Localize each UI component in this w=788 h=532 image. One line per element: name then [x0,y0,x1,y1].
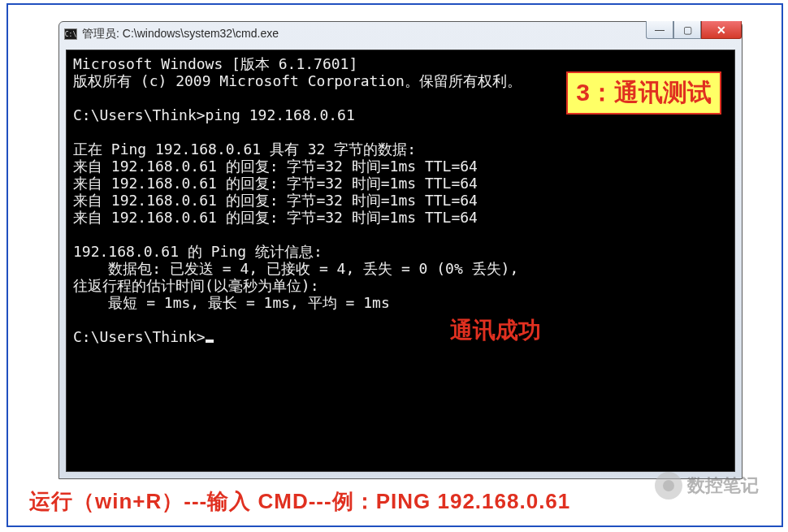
callout-sep: ： [590,79,614,106]
line: 最短 = 1ms, 最长 = 1ms, 平均 = 1ms [73,294,390,311]
slide-frame: C:\ 管理员: C:\windows\system32\cmd.exe — ▢… [6,3,783,527]
success-annotation: 通讯成功 [450,315,541,346]
window-controls: — ▢ ✕ [646,21,742,39]
maximize-button[interactable]: ▢ [673,21,701,39]
system-menu-icon[interactable]: C:\ [64,28,77,40]
line: 数据包: 已发送 = 4, 已接收 = 4, 丢失 = 0 (0% 丢失), [73,260,518,277]
watermark-text: 数控笔记 [687,474,759,498]
close-button[interactable]: ✕ [701,21,742,39]
watermark-icon [655,472,682,500]
callout-number: 3 [576,79,590,106]
line: C:\Users\Think>ping 192.168.0.61 [73,106,355,123]
annotation-callout: 3：通讯测试 [566,71,721,115]
minimize-button[interactable]: — [646,21,673,39]
line: 来自 192.168.0.61 的回复: 字节=32 时间=1ms TTL=64 [73,192,478,209]
line: 192.168.0.61 的 Ping 统计信息: [73,243,323,260]
callout-label: 通讯测试 [614,79,712,106]
line: 版权所有 (c) 2009 Microsoft Corporation。保留所有… [73,72,522,89]
line: Microsoft Windows [版本 6.1.7601] [73,55,357,72]
instruction-text: 运行（win+R）---输入 CMD---例：PING 192.168.0.61 [29,487,570,516]
window-title: 管理员: C:\windows\system32\cmd.exe [82,27,279,41]
cursor-icon [206,340,214,343]
line: 往返行程的估计时间(以毫秒为单位): [73,277,319,294]
watermark: 数控笔记 [655,472,759,500]
line: 正在 Ping 192.168.0.61 具有 32 字节的数据: [73,141,416,158]
titlebar[interactable]: C:\ 管理员: C:\windows\system32\cmd.exe — ▢… [59,22,742,46]
line: 来自 192.168.0.61 的回复: 字节=32 时间=1ms TTL=64 [73,175,478,192]
prompt-line: C:\Users\Think> [73,328,206,345]
line: 来自 192.168.0.61 的回复: 字节=32 时间=1ms TTL=64 [73,209,478,226]
line: 来自 192.168.0.61 的回复: 字节=32 时间=1ms TTL=64 [73,158,478,175]
